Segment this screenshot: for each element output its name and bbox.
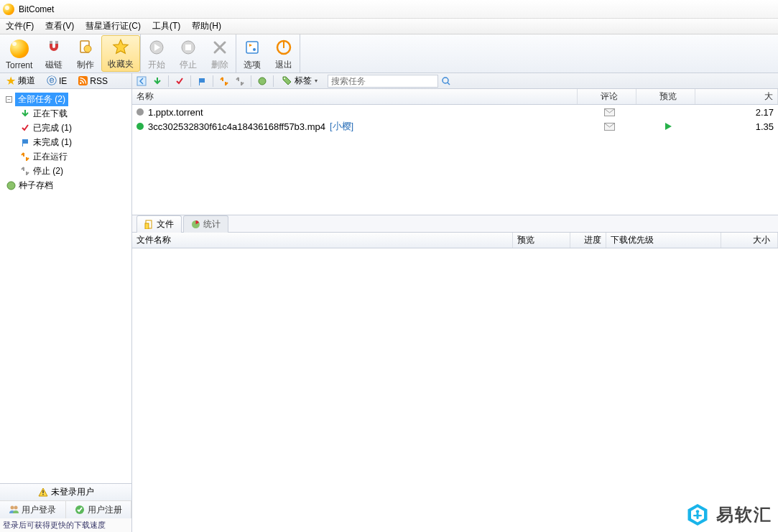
svg-rect-34 [693, 515, 702, 516]
dcol-progress[interactable]: 进度 [570, 233, 606, 248]
dcol-size[interactable]: 大小 [721, 233, 778, 248]
magnet-icon [44, 37, 64, 57]
exit-icon [274, 37, 294, 57]
user-register-button[interactable]: 用户注册 [66, 501, 132, 518]
toolbar-delete-label: 删除 [211, 59, 228, 71]
search-box[interactable] [328, 75, 438, 88]
start-icon [147, 37, 167, 57]
play-icon[interactable] [664, 122, 672, 131]
main-area: ★ 频道 ⓔ IE RSS − 全部任务 (2) 正在下载 [0, 73, 778, 532]
menu-view[interactable]: 查看(V) [42, 19, 77, 34]
running-icon [20, 151, 30, 162]
star-icon: ★ [6, 74, 16, 88]
dcol-priority[interactable]: 下载优先级 [606, 233, 721, 248]
table-row[interactable]: 1.pptx.torrent 2.17 [132, 105, 778, 119]
svg-point-19 [14, 506, 18, 510]
tree-all-tasks[interactable]: − 全部任务 (2) [0, 92, 131, 106]
detail-header: 文件名称 预览 进度 下载优先级 大小 [132, 233, 778, 248]
toolbar-torrent[interactable]: Torrent [0, 34, 38, 73]
toolbar-exit[interactable]: 退出 [268, 34, 300, 73]
ab-running-icon[interactable] [218, 75, 231, 88]
login-hint: 登录后可获得更快的下载速度 [0, 518, 131, 532]
mail-icon[interactable] [604, 123, 615, 131]
search-input[interactable] [328, 76, 439, 86]
col-size[interactable]: 大 [695, 89, 778, 104]
tab-stats[interactable]: 统计 [183, 215, 228, 233]
tree-running[interactable]: 正在运行 [0, 149, 131, 164]
dropdown-icon: ▾ [315, 78, 318, 84]
toolbar-delete[interactable]: 删除 [204, 34, 236, 73]
toolbar-make[interactable]: 制作 [70, 34, 101, 73]
dcol-preview[interactable]: 预览 [513, 233, 570, 248]
task-table: 名称 评论 预览 大 1.pptx.torrent 2.17 [132, 89, 778, 215]
ab-seed-icon[interactable] [256, 75, 269, 88]
table-row[interactable]: 3cc302532830f61c4a18436168ff57b3.mp4 [小樱… [132, 119, 778, 134]
register-icon [75, 505, 85, 515]
down-arrow-icon [20, 108, 30, 118]
dcol-filename[interactable]: 文件名称 [132, 233, 513, 248]
ab-collapse-left-icon[interactable] [135, 75, 148, 88]
login-panel: 未登录用户 用户登录 用户注册 登录后可获得更快的下载速度 [0, 483, 131, 532]
app-title: BitComet [19, 4, 54, 14]
favorite-icon [111, 38, 131, 57]
ab-stopped-icon[interactable] [233, 75, 246, 88]
side-tab-channel[interactable]: ★ 频道 [1, 73, 40, 89]
toolbar-favorite[interactable]: 收藏夹 [101, 35, 140, 72]
menu-tools[interactable]: 工具(T) [149, 19, 183, 34]
svg-point-8 [253, 48, 256, 51]
tree-downloading[interactable]: 正在下载 [0, 106, 131, 121]
ab-flag-icon[interactable] [195, 75, 208, 88]
archive-icon [6, 180, 16, 190]
side-tab-channel-label: 频道 [18, 75, 35, 87]
col-name[interactable]: 名称 [132, 89, 578, 104]
search-icon[interactable] [439, 77, 453, 85]
svg-rect-13 [22, 139, 28, 144]
task-tree: − 全部任务 (2) 正在下载 已完成 (1) 未完成 (1) 正在运行 [0, 89, 131, 483]
title-bar: BitComet [0, 0, 778, 19]
task-header-row: 名称 评论 预览 大 [132, 89, 778, 105]
tree-seed-archive[interactable]: 种子存档 [0, 178, 131, 192]
tab-files-label: 文件 [157, 218, 174, 230]
toolbar-stop[interactable]: 停止 [172, 34, 204, 73]
toolbar-options[interactable]: 选项 [236, 34, 268, 73]
svg-rect-0 [50, 41, 52, 44]
ab-tag-button[interactable]: 标签 ▾ [278, 75, 322, 88]
user-login-label: 用户登录 [22, 504, 56, 516]
task-size: 2.17 [756, 107, 774, 118]
toolbar-start[interactable]: 开始 [141, 34, 172, 73]
stats-icon [191, 220, 200, 229]
tree-completed[interactable]: 已完成 (1) [0, 121, 131, 135]
svg-point-26 [443, 78, 448, 83]
toolbar-magnet[interactable]: 磁链 [38, 34, 70, 73]
toolbar-exit-label: 退出 [275, 59, 292, 71]
tree-seed-archive-label: 种子存档 [19, 179, 53, 192]
action-bar: 标签 ▾ [132, 73, 778, 89]
tree-toggle-icon[interactable]: − [6, 96, 12, 103]
menu-help[interactable]: 帮助(H) [189, 19, 224, 34]
menu-passport[interactable]: 彗星通行证(C) [83, 19, 144, 34]
ab-down-arrow-icon[interactable] [151, 75, 164, 88]
tree-incomplete-label: 未完成 (1) [33, 136, 72, 149]
mail-icon[interactable] [604, 108, 615, 116]
make-icon [75, 37, 96, 57]
tree-stopped[interactable]: 停止 (2) [0, 164, 131, 178]
menu-file[interactable]: 文件(F) [3, 19, 37, 34]
ab-check-icon[interactable] [173, 75, 186, 88]
flag-icon [20, 137, 30, 147]
side-tab-rss[interactable]: RSS [74, 75, 112, 88]
stop-icon [178, 37, 198, 57]
toolbar-make-label: 制作 [77, 59, 94, 71]
svg-rect-6 [185, 45, 191, 50]
side-tab-ie-label: IE [59, 76, 67, 86]
svg-point-18 [11, 506, 14, 510]
tab-files[interactable]: 文件 [136, 215, 182, 233]
toolbar-start-label: 开始 [148, 59, 165, 71]
task-tag[interactable]: [小樱] [330, 120, 353, 133]
svg-rect-21 [137, 77, 146, 85]
col-comment[interactable]: 评论 [578, 89, 636, 104]
col-preview[interactable]: 预览 [636, 89, 695, 104]
task-name: 3cc302532830f61c4a18436168ff57b3.mp4 [148, 121, 325, 132]
side-tab-ie[interactable]: ⓔ IE [42, 73, 71, 89]
tree-incomplete[interactable]: 未完成 (1) [0, 135, 131, 149]
user-login-button[interactable]: 用户登录 [0, 501, 66, 518]
